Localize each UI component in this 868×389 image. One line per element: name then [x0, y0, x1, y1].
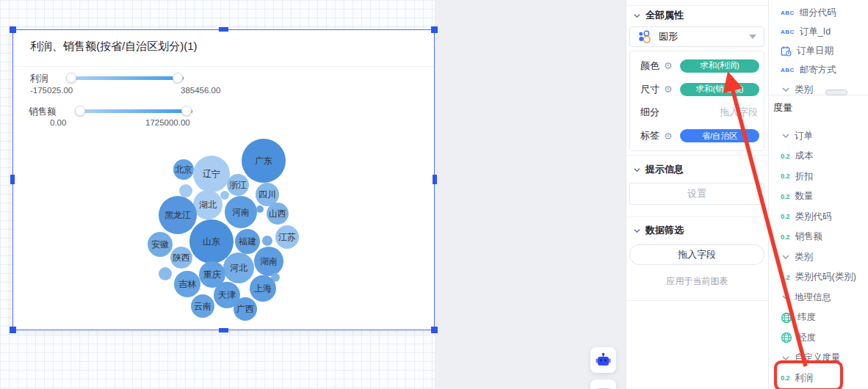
- bubble-label: 湖南: [260, 255, 278, 268]
- bubble-辽宁[interactable]: 辽宁: [193, 156, 230, 192]
- chevron-down-icon: [634, 167, 640, 173]
- bubble-江苏[interactable]: 江苏: [275, 225, 299, 249]
- encoding-label: 标签: [640, 129, 659, 142]
- text-field-icon: ABC: [781, 10, 795, 16]
- bubble-unlabeled[interactable]: [262, 236, 272, 246]
- bubble-chart-widget[interactable]: 利润、销售额(按省/自治区划分)(1) 利润 -175025.00 385456…: [12, 29, 435, 330]
- bubble-广西[interactable]: 广西: [234, 297, 257, 321]
- number-field-icon: 0.2: [781, 153, 790, 160]
- bubble-unlabeled[interactable]: [220, 191, 229, 200]
- field-label: 数量: [795, 190, 814, 203]
- bubble-安徽[interactable]: 安徽: [148, 232, 173, 257]
- field-item-订单日期[interactable]: 订单日期: [769, 42, 868, 61]
- gear-icon[interactable]: ⚙: [664, 84, 673, 94]
- date-field-icon: [781, 46, 792, 57]
- chart-type-select[interactable]: 圆形: [629, 26, 764, 47]
- bubble-label: 河北: [230, 262, 247, 275]
- data-filter-section-header[interactable]: 数据筛选: [634, 224, 684, 237]
- field-label: 邮寄方式: [800, 64, 836, 76]
- ai-assistant-button[interactable]: [590, 347, 616, 373]
- chart-type-label: 圆形: [659, 30, 742, 43]
- resize-handle-left[interactable]: [10, 175, 15, 184]
- scrollbar-thumb[interactable]: [825, 90, 847, 95]
- field-item-类别代码[interactable]: 0.2类别代码: [769, 207, 868, 226]
- filter-drop-field-zone[interactable]: 拖入字段: [629, 244, 764, 265]
- resize-handle-top-left[interactable]: [10, 26, 16, 33]
- bubble-label: 黑龙江: [164, 209, 191, 222]
- bubble-吉林[interactable]: 吉林: [174, 271, 200, 297]
- bubble-label: 北京: [175, 164, 192, 176]
- field-item-利润[interactable]: 0.2利润: [769, 368, 868, 388]
- all-properties-header[interactable]: 全部属性: [634, 9, 684, 22]
- bubble-浙江[interactable]: 浙江: [227, 174, 249, 196]
- drop-field-placeholder[interactable]: 拖入字段: [720, 106, 758, 119]
- bubble-福建[interactable]: 福建: [235, 229, 260, 254]
- chevron-down-icon: [782, 253, 789, 261]
- section-divider: [626, 217, 768, 217]
- chevron-down-icon: [782, 294, 789, 301]
- tooltip-settings-button[interactable]: 设置: [629, 183, 764, 205]
- widget-toolbar-button[interactable]: [590, 379, 616, 389]
- globe-icon: [781, 332, 792, 343]
- field-label: 地理信息: [795, 291, 831, 304]
- bubble-河南[interactable]: 河南: [225, 196, 257, 228]
- bubble-黑龙江[interactable]: 黑龙江: [159, 196, 197, 234]
- resize-handle-top-right[interactable]: [431, 26, 438, 33]
- bubble-unlabeled[interactable]: [179, 184, 192, 197]
- field-group-地理信息[interactable]: 地理信息: [769, 288, 868, 307]
- bubble-云南[interactable]: 云南: [191, 294, 214, 318]
- resize-handle-bottom[interactable]: [219, 328, 228, 332]
- bubble-上海[interactable]: 上海: [250, 275, 276, 302]
- bubble-广东[interactable]: 广东: [242, 139, 286, 183]
- bubble-陕西[interactable]: 陕西: [170, 247, 192, 269]
- text-field-icon: ABC: [781, 29, 795, 35]
- dashboard-canvas[interactable]: 利润、销售额(按省/自治区划分)(1) 利润 -175025.00 385456…: [0, 0, 435, 389]
- field-item-类别代码(类别)[interactable]: 0.2类别代码(类别): [769, 268, 868, 287]
- field-item-数量[interactable]: 0.2数量: [769, 187, 868, 206]
- bubble-河北[interactable]: 河北: [223, 252, 254, 283]
- bubble-山西[interactable]: 山西: [267, 203, 289, 225]
- field-group-类别[interactable]: 类别: [769, 80, 868, 99]
- field-item-邮寄方式[interactable]: ABC邮寄方式: [769, 61, 868, 80]
- field-group-自定义度量[interactable]: 自定义度量: [769, 349, 868, 368]
- gear-icon[interactable]: ⚙: [664, 131, 673, 141]
- resize-handle-bottom-right[interactable]: [431, 327, 438, 333]
- field-label: 订单: [795, 130, 813, 142]
- bubble-unlabeled[interactable]: [159, 267, 172, 280]
- resize-handle-top[interactable]: [219, 27, 228, 32]
- bubble-湖北[interactable]: 湖北: [193, 190, 223, 219]
- tooltip-section-header[interactable]: 提示信息: [634, 163, 684, 176]
- encoding-row-颜色: 颜色⚙求和(利润): [640, 56, 759, 76]
- bubble-label: 天津: [218, 289, 236, 302]
- field-item-纬度[interactable]: 纬度: [769, 308, 868, 327]
- field-item-细分代码[interactable]: ABC细分代码: [769, 3, 868, 22]
- bubble-label: 云南: [194, 300, 211, 313]
- field-item-折扣[interactable]: 0.2折扣: [769, 167, 868, 186]
- measures-header: 度量: [773, 101, 792, 114]
- bubble-湖南[interactable]: 湖南: [254, 247, 283, 276]
- bubble-label: 吉林: [178, 278, 196, 291]
- field-group-类别[interactable]: 类别: [769, 247, 868, 266]
- field-item-成本[interactable]: 0.2成本: [769, 147, 868, 166]
- resize-handle-right[interactable]: [433, 175, 437, 184]
- field-label: 利润: [795, 372, 814, 385]
- bubble-label: 重庆: [203, 269, 221, 281]
- field-pill[interactable]: 省/自治区: [680, 129, 759, 142]
- field-label: 订单日期: [797, 45, 833, 57]
- resize-handle-bottom-left[interactable]: [10, 327, 16, 333]
- field-item-经度[interactable]: 经度: [769, 328, 868, 347]
- field-pill[interactable]: 求和(利润): [680, 59, 759, 73]
- field-group-订单[interactable]: 订单: [769, 126, 868, 145]
- gear-icon[interactable]: ⚙: [664, 61, 673, 70]
- bubble-label: 四川: [258, 189, 276, 201]
- bubble-label: 湖北: [199, 199, 217, 211]
- field-item-销售额[interactable]: 0.2销售额: [769, 228, 868, 247]
- bubble-unlabeled[interactable]: [256, 206, 264, 213]
- bubble-label: 辽宁: [203, 168, 220, 181]
- field-label: 折扣: [795, 170, 814, 183]
- field-item-订单_Id[interactable]: ABC订单_Id: [769, 22, 868, 41]
- field-label: 订单_Id: [800, 26, 831, 38]
- field-pill[interactable]: 求和(销售额): [680, 83, 759, 96]
- bubble-label: 山西: [269, 208, 286, 220]
- bubble-北京[interactable]: 北京: [173, 159, 194, 180]
